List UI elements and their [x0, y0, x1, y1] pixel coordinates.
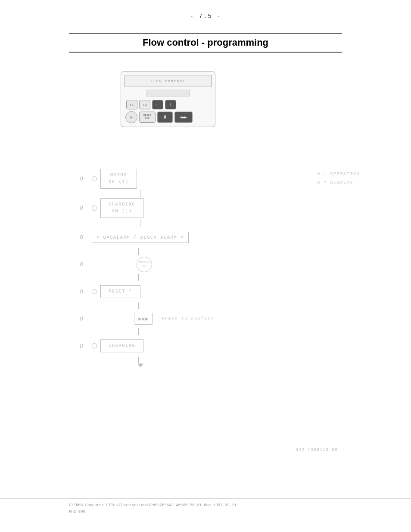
footer-line2: RHS 900	[69, 509, 411, 515]
page-title: Flow control - programming	[69, 37, 342, 48]
box-mains: MAINS ON (1)	[100, 169, 137, 189]
btn-back: ←	[152, 100, 163, 109]
dot-o1	[92, 176, 97, 181]
btn-onoff: ⏻	[125, 111, 137, 123]
dot-o2	[92, 205, 97, 211]
connector-7	[138, 357, 139, 363]
connector-3	[138, 248, 139, 255]
box-gasalarm: × GASALARM / BLOCK ALARM ×	[92, 232, 189, 243]
label-o1: O	[80, 176, 92, 182]
dot-d3	[92, 343, 97, 348]
label-o4: O	[80, 316, 92, 322]
btn-pause: ⏸	[157, 112, 173, 123]
connector-2	[140, 219, 140, 227]
device-row2-buttons: ⏻ RESETOFF ⏸ ▶▶▶	[125, 111, 212, 123]
row-reset-box: D RESET ?	[80, 281, 360, 302]
btn-f1: F1	[126, 100, 137, 109]
device-display: FLOW CONTROL	[125, 75, 212, 87]
connector-6	[138, 328, 139, 335]
page-number: - 7.5 -	[0, 0, 411, 20]
connector-4	[138, 274, 139, 281]
label-o3: O	[80, 261, 92, 268]
arrow-down	[137, 364, 143, 367]
btn-f2: F2	[139, 100, 150, 109]
connector-1	[140, 190, 140, 197]
footer-line1: C:\RHS Computer Files\Instructions\RHS\G…	[69, 502, 411, 508]
dot-d2	[92, 289, 97, 294]
row-mains: O MAINS ON (1) O = OPERATION D = DISPLAY	[80, 168, 360, 190]
btn-start-diag: ▶▶▶	[134, 313, 153, 325]
footer: C:\RHS Computer Files\Instructions\RHS\G…	[0, 498, 411, 515]
device-illustration: FLOW CONTROL F1 F2 ← ↑ ⏻ RESETOFF ⏸ ▶▶▶	[121, 71, 215, 127]
row-charging-top: O CHARGING ON (1)	[80, 197, 360, 219]
label-o2: O	[80, 205, 92, 212]
label-d2: D	[80, 289, 92, 295]
btn-start: ▶▶▶	[174, 112, 193, 123]
row-gasalarm: D × GASALARM / BLOCK ALARM ×	[80, 227, 360, 248]
btn-reset-diag: RESET 33	[137, 257, 152, 272]
row-reset-btn: O RESET 33	[80, 255, 360, 274]
box-charging-top: CHARGING ON (1)	[100, 198, 143, 218]
connector-5	[138, 302, 139, 309]
box-charging-bottom: CHARGING	[100, 339, 143, 352]
label-d1: D	[80, 234, 92, 241]
btn-up: ↑	[165, 100, 176, 109]
btn-reset-label: RESETOFF	[139, 112, 156, 123]
box-reset: RESET ?	[100, 285, 140, 298]
title-section: Flow control - programming	[69, 33, 342, 53]
right-labels: O = OPERATION D = DISPLAY	[317, 170, 360, 187]
document-ref: 642-1300113-00	[296, 448, 338, 452]
label-d3: D	[80, 343, 92, 349]
device-screen	[146, 90, 190, 96]
press-confirm-label: Press to confirm	[162, 316, 214, 321]
flow-diagram: O MAINS ON (1) O = OPERATION D = DISPLAY…	[80, 146, 360, 367]
row-charging-bottom: D CHARGING	[80, 335, 360, 357]
device-row1-buttons: F1 F2 ← ↑	[125, 100, 212, 109]
row-start-btn: O ▶▶▶ Press to confirm	[80, 309, 360, 328]
